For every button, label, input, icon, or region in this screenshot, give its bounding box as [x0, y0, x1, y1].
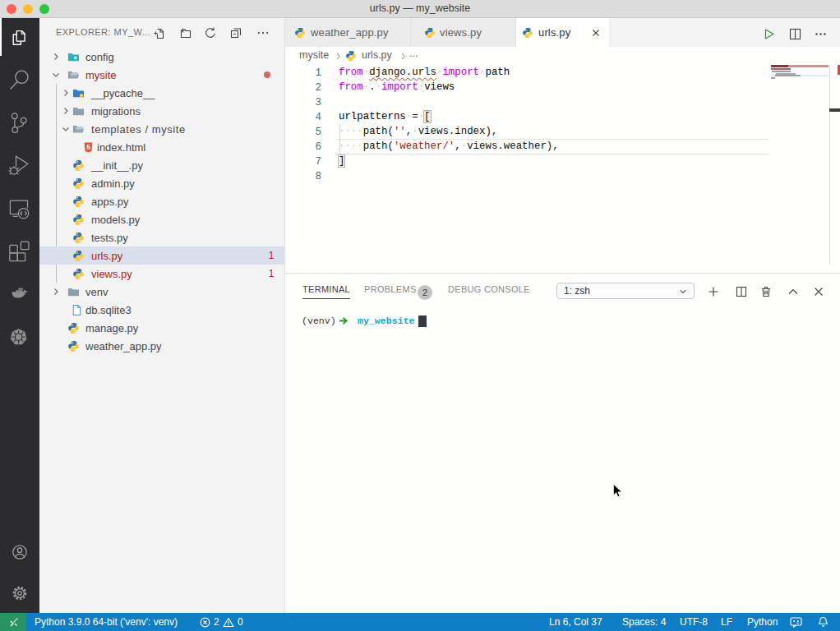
- svg-text:5: 5: [86, 143, 90, 151]
